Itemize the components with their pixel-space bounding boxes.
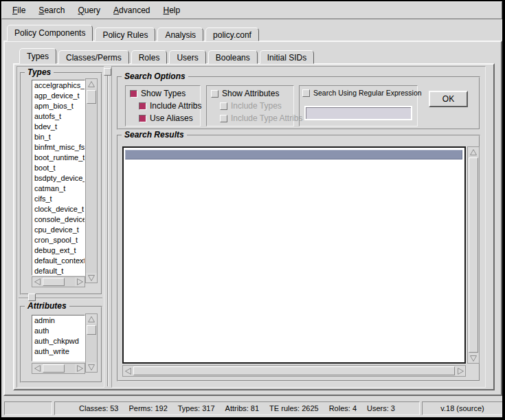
search-results-frame: Search Results — [117, 135, 480, 382]
scrollbar-thumb[interactable] — [87, 325, 96, 335]
tab-initial-sids[interactable]: Initial SIDs — [260, 50, 314, 64]
attribute-item[interactable]: admin — [32, 316, 85, 326]
menu-bar: FileSearchQueryAdvancedHelp — [1, 1, 502, 19]
type-item[interactable]: debug_ext_t — [32, 245, 85, 256]
type-item[interactable]: catman_t — [32, 184, 85, 194]
vertical-sash[interactable] — [107, 68, 109, 386]
scroll-left-icon[interactable] — [123, 366, 133, 376]
tab-analysis[interactable]: Analysis — [157, 27, 203, 41]
stat-item: TE rules: 2625 — [269, 404, 319, 412]
include-type-attribs-checkbox[interactable]: Include Type Attribs — [220, 113, 303, 123]
tab-types[interactable]: Types — [19, 48, 56, 64]
type-item[interactable]: default_context — [32, 256, 85, 266]
scroll-down-icon[interactable] — [468, 353, 479, 363]
type-item[interactable]: bdev_t — [32, 122, 85, 132]
show-types-group: Show Types Include Attribs Use Aliases — [125, 85, 201, 126]
regex-checkbox[interactable]: Search Using Regular Expression — [302, 89, 422, 97]
include-attribs-checkbox[interactable]: Include Attribs — [139, 101, 201, 111]
attributes-listbox[interactable]: adminauthauth_chkpwdauth_write — [32, 315, 85, 362]
ok-button[interactable]: OK — [429, 91, 468, 107]
types-hscrollbar[interactable] — [32, 276, 85, 287]
scroll-up-icon[interactable] — [86, 79, 97, 89]
menu-item[interactable]: Query — [73, 4, 105, 16]
menu-item[interactable]: Search — [34, 4, 69, 16]
scroll-left-icon[interactable] — [32, 364, 42, 373]
attributes-frame: Attributes adminauthauth_chkpwdauth_writ… — [20, 306, 102, 383]
attribute-item[interactable]: auth_chkpwd — [32, 336, 85, 346]
policy-stats: Classes: 53Perms: 192Types: 317Attribs: … — [79, 404, 395, 412]
tab-policy-rules[interactable]: Policy Rules — [95, 27, 155, 41]
regex-input[interactable] — [304, 106, 412, 120]
type-item[interactable]: binfmt_misc_fs — [32, 142, 85, 153]
menu-item[interactable]: File — [8, 4, 30, 16]
show-attributes-checkbox[interactable]: Show Attributes — [211, 89, 279, 98]
checkbox-icon[interactable] — [220, 102, 227, 110]
scroll-left-icon[interactable] — [32, 277, 42, 287]
horizontal-sash-handle[interactable] — [28, 294, 36, 301]
attribute-item[interactable]: auth_write — [32, 346, 85, 357]
type-item[interactable]: cron_spool_t — [32, 235, 85, 245]
type-item[interactable]: apm_bios_t — [32, 101, 85, 111]
tab-classes-perms[interactable]: Classes/Perms — [58, 50, 129, 64]
tab-roles[interactable]: Roles — [131, 50, 168, 64]
status-section-version: v.18 (source) — [422, 401, 503, 415]
types-vscrollbar[interactable] — [85, 78, 98, 283]
policy-version: v.18 (source) — [440, 404, 484, 412]
components-tab-bar: Types Classes/Perms Roles Users Booleans… — [19, 48, 316, 64]
type-item[interactable]: console_device — [32, 214, 85, 225]
tab-policy-conf[interactable]: policy.conf — [205, 27, 259, 41]
types-frame-title: Types — [25, 67, 54, 77]
attribute-item[interactable]: auth — [32, 326, 85, 336]
type-item[interactable]: bin_t — [32, 132, 85, 142]
type-item[interactable]: bsdpty_device_ — [32, 173, 85, 184]
status-section-stats: Classes: 53Perms: 192Types: 317Attribs: … — [54, 401, 420, 415]
scroll-down-icon[interactable] — [86, 273, 97, 283]
tab-users[interactable]: Users — [169, 50, 205, 64]
type-item[interactable]: cpu_device_t — [32, 225, 85, 235]
search-results-area[interactable] — [122, 146, 466, 364]
attributes-hscrollbar[interactable] — [32, 363, 85, 374]
type-item[interactable]: boot_runtime_t — [32, 153, 85, 163]
scroll-right-icon[interactable] — [456, 366, 465, 376]
scrollbar-thumb[interactable] — [133, 366, 455, 375]
scroll-up-icon[interactable] — [468, 147, 479, 157]
type-item[interactable]: accelgraphics_e — [32, 80, 85, 91]
vertical-sash-handle[interactable] — [104, 68, 111, 76]
status-section-empty — [4, 401, 52, 415]
tab-booleans[interactable]: Booleans — [208, 50, 258, 64]
include-types-checkbox[interactable]: Include Types — [220, 101, 282, 111]
menu-item[interactable]: Help — [158, 4, 185, 16]
search-options-frame: Search Options Show Types Include Attrib… — [117, 76, 480, 130]
types-listbox[interactable]: accelgraphics_eagp_device_tapm_bios_taut… — [32, 80, 85, 276]
results-vscrollbar[interactable] — [467, 146, 480, 364]
attributes-vscrollbar[interactable] — [85, 313, 98, 373]
type-item[interactable]: agp_device_t — [32, 91, 85, 101]
checkbox-icon[interactable] — [211, 90, 218, 98]
checkbox-icon[interactable] — [220, 115, 227, 122]
type-item[interactable]: boot_t — [32, 163, 85, 173]
scroll-right-icon[interactable] — [75, 277, 85, 287]
results-selection-bar — [125, 150, 462, 159]
show-types-checkbox[interactable]: Show Types — [130, 89, 186, 98]
type-item[interactable]: default_t — [32, 266, 85, 276]
menu-item[interactable]: Advanced — [109, 4, 155, 16]
checkbox-icon[interactable] — [130, 90, 137, 98]
search-options-title: Search Options — [122, 71, 188, 81]
scrollbar-thumb[interactable] — [43, 278, 65, 286]
tab-policy-components[interactable]: Policy Components — [7, 25, 93, 41]
scroll-right-icon[interactable] — [75, 364, 85, 373]
scrollbar-thumb[interactable] — [87, 90, 96, 104]
scroll-up-icon[interactable] — [86, 314, 97, 324]
type-item[interactable]: autofs_t — [32, 111, 85, 122]
type-item[interactable]: cifs_t — [32, 194, 85, 204]
regex-group: Search Using Regular Expression — [299, 85, 418, 126]
results-hscrollbar[interactable] — [122, 365, 466, 377]
scrollbar-thumb[interactable] — [469, 157, 478, 353]
use-aliases-checkbox[interactable]: Use Aliases — [139, 113, 193, 123]
checkbox-icon[interactable] — [139, 115, 146, 122]
checkbox-icon[interactable] — [139, 102, 146, 110]
scrollbar-thumb[interactable] — [43, 364, 65, 373]
type-item[interactable]: clock_device_t — [32, 204, 85, 214]
checkbox-icon[interactable] — [302, 89, 310, 97]
scroll-down-icon[interactable] — [86, 362, 97, 372]
